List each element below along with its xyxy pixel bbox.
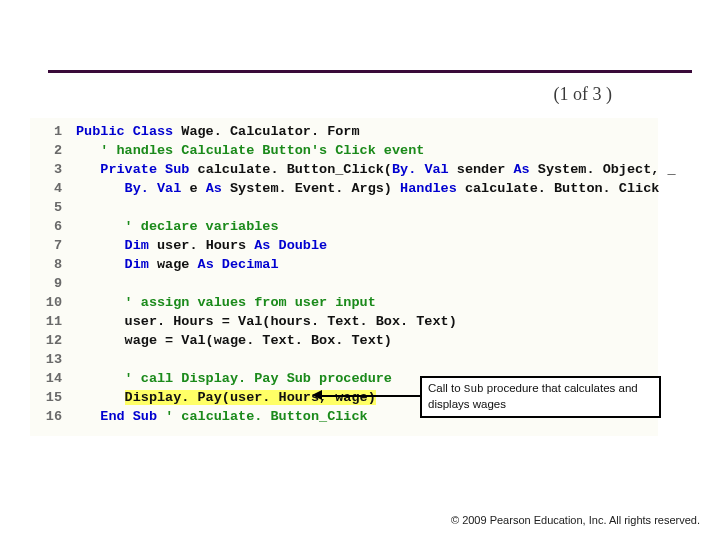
code-line: 3 Private Sub calculate. Button_Click(By… bbox=[36, 160, 652, 179]
code-content: Dim wage As Decimal bbox=[76, 255, 279, 274]
copyright-footer: © 2009 Pearson Education, Inc. All right… bbox=[451, 514, 700, 526]
code-line: 4 By. Val e As System. Event. Args) Hand… bbox=[36, 179, 652, 198]
line-number: 11 bbox=[36, 312, 62, 331]
callout-arrow-line bbox=[320, 395, 420, 397]
line-number: 2 bbox=[36, 141, 62, 160]
code-content: ' handles Calculate Button's Click event bbox=[76, 141, 424, 160]
line-number: 13 bbox=[36, 350, 62, 369]
code-line: 2 ' handles Calculate Button's Click eve… bbox=[36, 141, 652, 160]
code-content: ' call Display. Pay Sub procedure bbox=[76, 369, 392, 388]
code-content: End Sub ' calculate. Button_Click bbox=[76, 407, 368, 426]
code-line: 13 bbox=[36, 350, 652, 369]
divider-rule bbox=[48, 70, 692, 73]
code-content: ' assign values from user input bbox=[76, 293, 376, 312]
code-content: ' declare variables bbox=[76, 217, 279, 236]
code-line: 11 user. Hours = Val(hours. Text. Box. T… bbox=[36, 312, 652, 331]
code-content: By. Val e As System. Event. Args) Handle… bbox=[76, 179, 659, 198]
line-number: 4 bbox=[36, 179, 62, 198]
code-line: 8 Dim wage As Decimal bbox=[36, 255, 652, 274]
slide: (1 of 3 ) 1Public Class Wage. Calculator… bbox=[0, 0, 720, 540]
code-content: Display. Pay(user. Hours, wage) bbox=[76, 388, 376, 407]
line-number: 5 bbox=[36, 198, 62, 217]
code-line: 12 wage = Val(wage. Text. Box. Text) bbox=[36, 331, 652, 350]
line-number: 14 bbox=[36, 369, 62, 388]
line-number: 8 bbox=[36, 255, 62, 274]
callout-text-pre: Call to bbox=[428, 382, 464, 394]
page-indicator: (1 of 3 ) bbox=[554, 84, 612, 105]
line-number: 12 bbox=[36, 331, 62, 350]
line-number: 16 bbox=[36, 407, 62, 426]
line-number: 6 bbox=[36, 217, 62, 236]
code-line: 10 ' assign values from user input bbox=[36, 293, 652, 312]
code-content: Dim user. Hours As Double bbox=[76, 236, 327, 255]
line-number: 7 bbox=[36, 236, 62, 255]
code-content: wage = Val(wage. Text. Box. Text) bbox=[76, 331, 392, 350]
line-number: 9 bbox=[36, 274, 62, 293]
line-number: 1 bbox=[36, 122, 62, 141]
code-line: 9 bbox=[36, 274, 652, 293]
code-line: 6 ' declare variables bbox=[36, 217, 652, 236]
code-line: 7 Dim user. Hours As Double bbox=[36, 236, 652, 255]
highlight: Display. Pay(user. Hours, wage) bbox=[125, 390, 376, 405]
code-content: Private Sub calculate. Button_Click(By. … bbox=[76, 160, 676, 179]
code-line: 1Public Class Wage. Calculator. Form bbox=[36, 122, 652, 141]
code-content: Public Class Wage. Calculator. Form bbox=[76, 122, 360, 141]
callout-arrow-head bbox=[312, 390, 322, 400]
code-line: 5 bbox=[36, 198, 652, 217]
callout-box: Call to Sub procedure that calculates an… bbox=[420, 376, 661, 418]
line-number: 10 bbox=[36, 293, 62, 312]
callout-code: Sub bbox=[464, 383, 484, 395]
line-number: 15 bbox=[36, 388, 62, 407]
line-number: 3 bbox=[36, 160, 62, 179]
code-content: user. Hours = Val(hours. Text. Box. Text… bbox=[76, 312, 457, 331]
